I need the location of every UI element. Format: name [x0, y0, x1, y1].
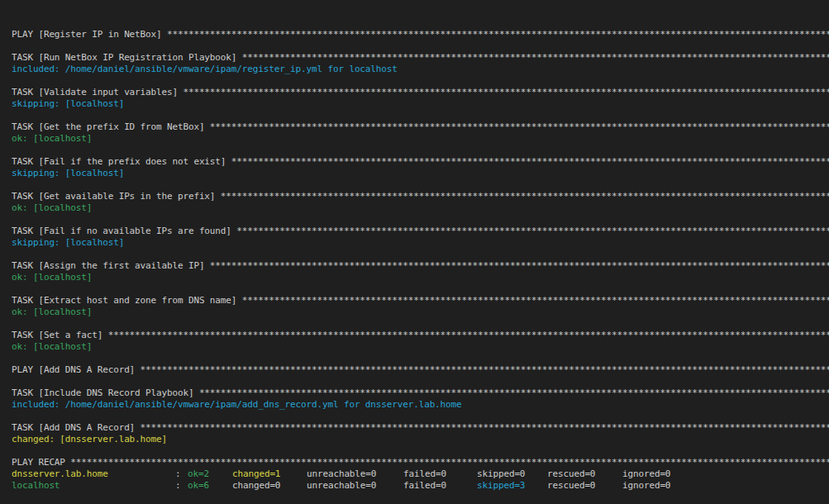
task-ok: ok: [localhost]	[12, 133, 829, 145]
recap-stat-ok: ok=2	[188, 468, 209, 480]
recap-colon: :	[175, 468, 180, 480]
recap-stat-unreachable: unreachable=0	[307, 480, 376, 492]
task-ok: ok: [localhost]	[12, 202, 829, 214]
blank-line	[12, 376, 829, 388]
task-skipping: skipping: [localhost]	[12, 168, 829, 179]
shell-prompt-line: daniel@terraformlabhome:~/ansible/vmware…	[12, 6, 829, 17]
play-header: PLAY [Add DNS A Record] ****************…	[12, 364, 829, 376]
recap-stat-ok: ok=6	[188, 480, 209, 492]
blank-line	[12, 17, 829, 29]
recap-stat-skipped: skipped=3	[477, 480, 525, 492]
terminal[interactable]: daniel@terraformlabhome:~/ansible/vmware…	[0, 0, 829, 504]
recap-stat-rescued: rescued=0	[547, 468, 595, 480]
task-header: TASK [Validate input variables] ********…	[12, 87, 829, 98]
task-ok: ok: [localhost]	[12, 272, 829, 283]
task-ok: ok: [localhost]	[12, 341, 829, 353]
recap-stat-rescued: rescued=0	[547, 480, 595, 492]
recap-row-localhost: localhost:ok=6changed=0unreachable=0fail…	[12, 480, 829, 492]
recap-stat-changed: changed=0	[232, 480, 280, 492]
task-header: TASK [Set a fact] **********************…	[12, 330, 829, 341]
task-header: TASK [Get available IPs in the prefix] *…	[12, 191, 829, 202]
terminal-output: PLAY [Register IP in NetBox] ***********…	[12, 17, 829, 492]
blank-line	[12, 145, 829, 156]
recap-stat-skipped: skipped=0	[477, 468, 525, 480]
task-header: TASK [Fail if the prefix does not exist]…	[12, 156, 829, 168]
task-ok: ok: [localhost]	[12, 307, 829, 318]
recap-stat-changed: changed=1	[232, 468, 280, 480]
recap-header: PLAY RECAP *****************************…	[12, 457, 829, 468]
task-header: TASK [Assign the first available IP] ***…	[12, 260, 829, 272]
recap-stat-failed: failed=0	[403, 468, 446, 480]
recap-stat-ignored: ignored=0	[622, 468, 670, 480]
blank-line	[12, 75, 829, 87]
task-skipping: skipping: [localhost]	[12, 98, 829, 110]
recap-hostname: dnsserver.lab.home	[12, 468, 108, 479]
task-header: TASK [Fail if no available IPs are found…	[12, 226, 829, 237]
recap-colon: :	[175, 480, 180, 492]
recap-stat-ignored: ignored=0	[622, 480, 670, 492]
recap-stat-failed: failed=0	[403, 480, 446, 492]
task-included: included: /home/daniel/ansible/vmware/ip…	[12, 399, 829, 411]
blank-line	[12, 283, 829, 295]
blank-line	[12, 353, 829, 364]
task-skipping: skipping: [localhost]	[12, 237, 829, 249]
blank-line	[12, 445, 829, 457]
recap-stat-unreachable: unreachable=0	[307, 468, 376, 480]
task-changed: changed: [dnsserver.lab.home]	[12, 434, 829, 445]
blank-line	[12, 411, 829, 422]
blank-line	[12, 214, 829, 226]
task-header: TASK [Add DNS A Record] ****************…	[12, 422, 829, 434]
task-header: TASK [Run NetBox IP Registration Playboo…	[12, 52, 829, 64]
task-header: TASK [Extract host and zone from DNS nam…	[12, 295, 829, 307]
task-header: TASK [Get the prefix ID from NetBox] ***…	[12, 121, 829, 133]
task-included: included: /home/daniel/ansible/vmware/ip…	[12, 64, 829, 75]
task-header: TASK [Include DNS Record Playbook] *****…	[12, 388, 829, 399]
play-header: PLAY [Register IP in NetBox] ***********…	[12, 29, 829, 40]
blank-line	[12, 179, 829, 191]
blank-line	[12, 249, 829, 260]
blank-line	[12, 110, 829, 121]
recap-hostname: localhost	[12, 480, 60, 491]
blank-line	[12, 40, 829, 52]
blank-line	[12, 318, 829, 330]
recap-row-dnsserver: dnsserver.lab.home:ok=2changed=1unreacha…	[12, 468, 829, 480]
